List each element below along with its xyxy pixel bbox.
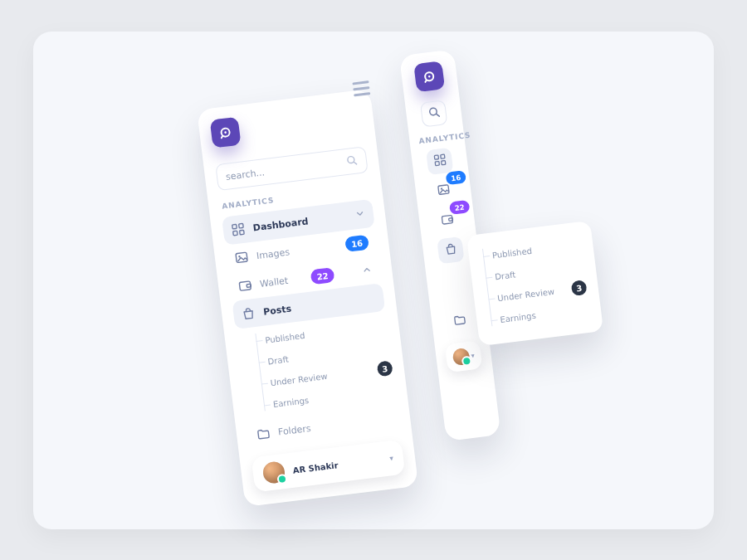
user-name: AR Shakir: [292, 460, 339, 475]
gear-icon: [466, 378, 468, 394]
grid-icon: [231, 222, 246, 236]
nav-dashboard-label: Dashboard: [252, 215, 309, 232]
chevron-up-icon: [361, 263, 373, 276]
chevron-down-icon: [354, 207, 366, 221]
posts-flyout: Published Draft Under Review3 Earnings: [466, 220, 603, 345]
bag-icon: [443, 241, 457, 259]
image-icon: [437, 182, 451, 199]
avatar: [452, 347, 471, 365]
logout-button[interactable]: [457, 402, 485, 427]
avatar: [261, 460, 286, 485]
wallet-icon: [440, 212, 454, 229]
caret-down-icon: ▾: [389, 453, 394, 461]
search-button[interactable]: [420, 100, 447, 127]
stage: search... ANALYTICS Dashboard Images 16 …: [33, 32, 714, 529]
nav-wallet[interactable]: 22: [433, 207, 461, 234]
settings-button[interactable]: [454, 373, 481, 399]
wallet-icon: [237, 278, 252, 293]
app-logo: [210, 116, 242, 148]
nav-images-label: Images: [256, 246, 290, 261]
nav-folders[interactable]: [446, 307, 473, 334]
bag-icon: [241, 305, 256, 320]
folder-icon: [452, 312, 466, 329]
menu-toggle[interactable]: [347, 75, 376, 102]
search-icon: [345, 153, 359, 169]
search-placeholder: search...: [225, 166, 265, 182]
folder-icon: [256, 426, 271, 441]
nav-folders-label: Folders: [277, 422, 311, 437]
user-pill[interactable]: AR Shakir ▾: [251, 439, 406, 492]
nav-posts-label: Posts: [262, 303, 291, 317]
app-logo: [413, 61, 445, 92]
nav-images[interactable]: 16: [429, 177, 456, 204]
posts-submenu: Published Draft Under Review3 Earnings: [480, 233, 591, 331]
logout-icon: [470, 407, 471, 422]
search-input[interactable]: search...: [215, 146, 369, 191]
under-review-badge: 3: [571, 280, 588, 296]
grid-icon: [432, 153, 447, 170]
nav-wallet-label: Wallet: [259, 275, 288, 289]
images-badge: 16: [446, 170, 466, 185]
posts-submenu: Published Draft Under Review3 Earnings: [252, 314, 396, 416]
wallet-badge: 22: [310, 267, 335, 285]
images-badge: 16: [344, 234, 369, 251]
search-icon: [427, 105, 441, 122]
user-pill[interactable]: ▾: [445, 340, 483, 373]
section-analytics: ANALYTICS: [418, 130, 471, 145]
nav-posts[interactable]: [437, 236, 464, 263]
nav-dashboard[interactable]: [426, 147, 453, 174]
image-icon: [234, 250, 249, 265]
caret-down-icon: ▾: [471, 351, 475, 358]
sidebar-expanded: search... ANALYTICS Dashboard Images 16 …: [197, 89, 418, 507]
under-review-badge: 3: [377, 360, 393, 377]
wallet-badge: 22: [449, 199, 470, 214]
